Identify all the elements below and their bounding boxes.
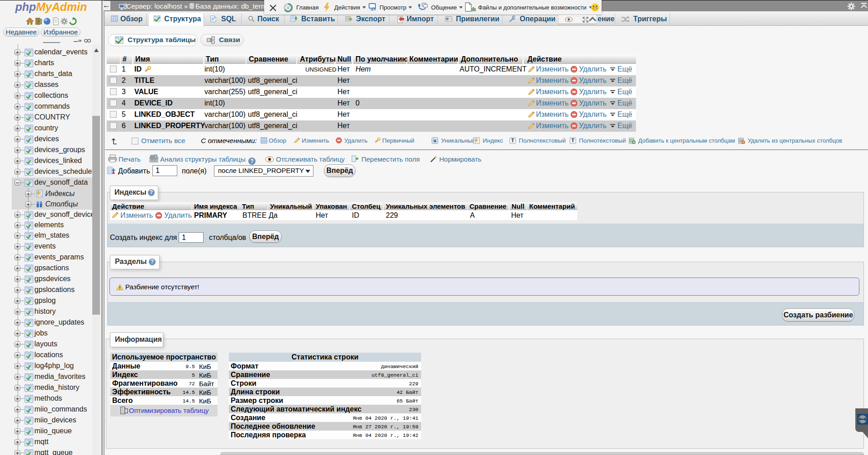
svg-text:T: T [571,138,574,143]
svg-text:u: u [433,138,436,143]
svg-text:T: T [511,138,514,143]
